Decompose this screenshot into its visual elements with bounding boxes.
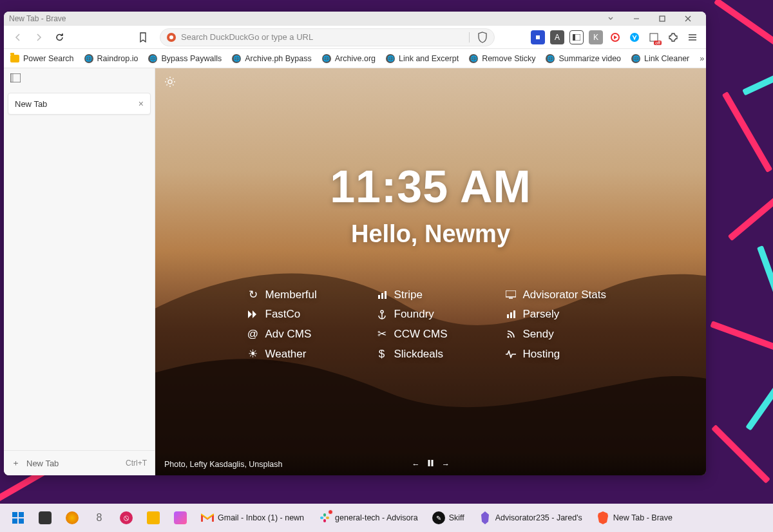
prev-background-icon[interactable]: ← — [412, 460, 420, 469]
new-tab-button[interactable]: ＋ New Tab Ctrl+T — [4, 450, 155, 475]
taskbar-app-icon[interactable]: ⦸ — [116, 508, 137, 528]
quick-link[interactable]: Sendy — [505, 327, 615, 341]
bookmark-button[interactable] — [135, 30, 151, 45]
svg-rect-27 — [510, 312, 512, 318]
quick-link[interactable]: Foundry — [376, 308, 486, 321]
svg-point-2 — [169, 35, 173, 39]
vertical-tab[interactable]: New Tab × — [8, 93, 151, 115]
extension-icon[interactable]: off — [647, 30, 661, 44]
globe-icon: 🌐 — [546, 54, 555, 63]
clock: 11:35 AM — [330, 161, 531, 213]
taskbar-app-icon[interactable] — [170, 508, 191, 528]
close-tab-icon[interactable]: × — [138, 99, 144, 109]
photo-credit-bar: Photo, Lefty Kasdaglis, Unsplash ← → — [155, 453, 706, 475]
minimize-button[interactable] — [624, 12, 649, 26]
extensions-menu-icon[interactable] — [666, 30, 680, 44]
window-minimize-icon[interactable] — [598, 12, 624, 26]
close-button[interactable] — [675, 12, 701, 26]
bookmark-item[interactable]: Power Search — [10, 54, 74, 63]
bookmarks-overflow-icon[interactable]: » — [700, 54, 704, 63]
extension-row: A K off — [531, 30, 700, 44]
quick-link[interactable]: Advisorator Stats — [505, 288, 615, 301]
svg-rect-10 — [650, 33, 658, 41]
new-tab-shortcut: Ctrl+T — [126, 459, 147, 468]
taskbar-item-obsidian[interactable]: Advisorator235 - Jared's — [475, 508, 586, 528]
bars-icon — [376, 291, 388, 299]
pause-background-icon[interactable] — [428, 460, 434, 469]
sidepanel-toggle-icon[interactable] — [4, 68, 155, 88]
bookmark-item[interactable]: 🌐Summarize video — [546, 54, 621, 63]
main-menu-icon[interactable] — [685, 30, 700, 44]
svg-rect-32 — [12, 512, 17, 517]
extension-icon[interactable]: K — [589, 30, 603, 44]
bookmark-item[interactable]: 🌐Raindrop.io — [84, 54, 138, 63]
globe-icon: 🌐 — [469, 54, 478, 63]
quick-link[interactable]: Stripe — [376, 288, 486, 301]
taskbar-item-brave[interactable]: New Tab - Brave — [593, 508, 676, 528]
back-button[interactable] — [10, 30, 26, 45]
taskbar-item-skiff[interactable]: ✎Skiff — [428, 508, 468, 528]
svg-rect-4 — [536, 35, 540, 39]
windows-taskbar: 8 ⦸ Gmail - Inbox (1) - newn general-tec… — [0, 504, 773, 532]
svg-rect-39 — [323, 519, 326, 522]
forward-button[interactable] — [31, 30, 46, 45]
extension-icon[interactable] — [531, 30, 545, 44]
svg-rect-1 — [660, 16, 665, 21]
address-bar-placeholder: Search DuckDuckGo or type a URL — [181, 32, 461, 42]
scissors-icon: ✂ — [376, 327, 388, 341]
tab-label: New Tab — [15, 99, 47, 109]
quick-link[interactable]: Parsely — [505, 308, 615, 321]
svg-rect-17 — [378, 295, 380, 299]
extension-icon[interactable] — [627, 30, 642, 44]
browser-toolbar: Search DuckDuckGo or type a URL A K off — [4, 26, 706, 49]
globe-icon: 🌐 — [84, 54, 93, 63]
extension-icon[interactable] — [608, 30, 622, 44]
next-background-icon[interactable]: → — [442, 460, 450, 469]
taskbar-app-icon[interactable]: 8 — [89, 508, 110, 528]
quick-links-grid: ↻Memberful Stripe Advisorator Stats Fast… — [247, 288, 615, 361]
svg-rect-15 — [10, 73, 14, 82]
window-titlebar: New Tab - Brave — [4, 12, 706, 26]
taskbar-app-icon[interactable] — [62, 508, 82, 528]
svg-point-29 — [507, 336, 509, 337]
start-button[interactable] — [8, 508, 28, 528]
bookmark-item[interactable]: 🌐Link and Excerpt — [386, 54, 459, 63]
svg-rect-26 — [507, 314, 509, 318]
reload-button[interactable] — [52, 30, 67, 45]
bookmark-item[interactable]: 🌐Remove Sticky — [469, 54, 535, 63]
activity-icon — [505, 350, 517, 358]
maximize-button[interactable] — [649, 12, 675, 26]
address-bar[interactable]: Search DuckDuckGo or type a URL — [160, 28, 495, 46]
taskbar-app-icon[interactable] — [143, 508, 164, 528]
quick-link[interactable]: @Adv CMS — [247, 327, 357, 341]
photo-credit[interactable]: Photo, Lefty Kasdaglis, Unsplash — [164, 460, 282, 469]
quick-link[interactable]: $Slickdeals — [376, 347, 486, 361]
svg-marker-8 — [614, 35, 617, 39]
svg-rect-33 — [19, 512, 24, 517]
svg-rect-37 — [326, 517, 329, 519]
globe-icon: 🌐 — [232, 54, 241, 63]
refresh-icon: ↻ — [247, 288, 259, 301]
taskbar-item-slack[interactable]: general-tech - Advisora — [314, 508, 422, 528]
taskbar-app-icon[interactable] — [35, 508, 55, 528]
quick-link[interactable]: ☀Weather — [247, 347, 357, 361]
quick-link[interactable]: ✂CCW CMS — [376, 327, 486, 341]
tab-sidebar: New Tab × ＋ New Tab Ctrl+T — [4, 68, 155, 475]
brave-shields-icon[interactable] — [477, 32, 488, 43]
quick-link[interactable]: Hosting — [505, 347, 615, 361]
bookmark-item[interactable]: 🌐Bypass Paywalls — [148, 54, 222, 63]
bookmark-item[interactable]: 🌐Archive.ph Bypass — [232, 54, 312, 63]
sun-icon: ☀ — [247, 347, 259, 361]
quick-link[interactable]: ↻Memberful — [247, 288, 357, 301]
bookmark-item[interactable]: 🌐Archive.org — [322, 54, 376, 63]
svg-rect-35 — [19, 518, 24, 524]
svg-rect-36 — [320, 517, 323, 519]
svg-marker-22 — [248, 310, 252, 318]
bookmark-item[interactable]: 🌐Link Cleaner — [631, 54, 689, 63]
anchor-icon — [376, 310, 388, 319]
taskbar-item-gmail[interactable]: Gmail - Inbox (1) - newn — [197, 508, 308, 528]
plus-icon: ＋ — [12, 457, 20, 469]
sidebar-toggle-icon[interactable] — [569, 30, 584, 44]
quick-link[interactable]: FastCo — [247, 308, 357, 321]
extension-icon[interactable]: A — [550, 30, 564, 44]
